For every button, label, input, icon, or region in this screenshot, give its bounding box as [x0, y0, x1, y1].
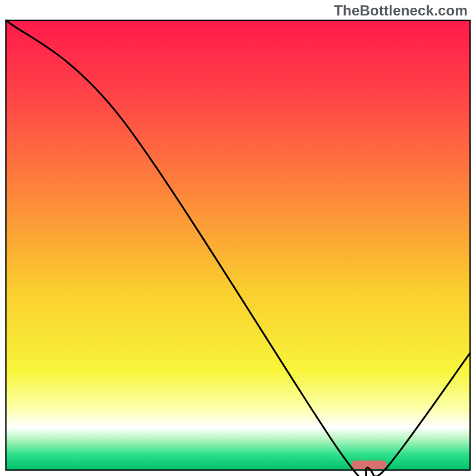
watermark-text: TheBottleneck.com	[334, 2, 468, 19]
bottleneck-chart	[0, 0, 476, 476]
plot-background	[6, 20, 470, 470]
chart-container: TheBottleneck.com	[0, 0, 476, 476]
